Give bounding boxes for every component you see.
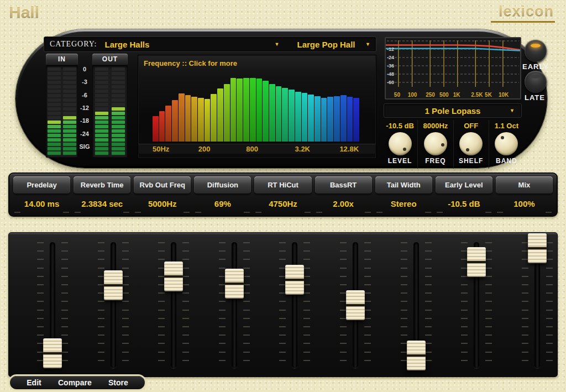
param-col-mix: Mix100% bbox=[494, 175, 554, 214]
store-button[interactable]: Store bbox=[108, 378, 128, 387]
meter-segment bbox=[48, 151, 61, 155]
meter-segment bbox=[48, 81, 61, 84]
frequency-axis: 50Hz2008003.2K12.8K bbox=[138, 144, 376, 154]
meter-segment bbox=[48, 147, 61, 150]
spectrum-bar bbox=[211, 94, 217, 142]
param-header-early-level[interactable]: Early Level bbox=[436, 176, 492, 194]
early-button[interactable] bbox=[525, 40, 547, 62]
meter-segment bbox=[48, 76, 61, 80]
fader-ticks bbox=[243, 242, 250, 368]
fader-ticks bbox=[219, 242, 226, 368]
meter-segment bbox=[112, 134, 125, 137]
fader-cap-early-level[interactable] bbox=[467, 247, 486, 277]
fader-cap-reverb-time[interactable] bbox=[104, 270, 123, 300]
chevron-down-icon: ▼ bbox=[510, 108, 515, 113]
band-knob[interactable] bbox=[495, 132, 518, 155]
param-header-predelay[interactable]: Predelay bbox=[13, 176, 70, 194]
fader-cap-tail-width[interactable] bbox=[407, 341, 426, 370]
meter-segment bbox=[48, 125, 61, 128]
fader-cap-bassrt[interactable] bbox=[346, 290, 365, 320]
spectrum-bar bbox=[179, 93, 185, 142]
meter-scale-tick: -12 bbox=[75, 104, 94, 111]
knob-pointer-icon bbox=[403, 148, 406, 151]
eq-y-tick: -12 bbox=[387, 46, 394, 52]
preset-dropdown[interactable]: Large Pop Hall ▼ bbox=[280, 40, 370, 49]
param-value-mix: 100% bbox=[494, 194, 554, 214]
in-meter bbox=[46, 65, 78, 158]
spectrum-bar bbox=[340, 95, 347, 142]
meter-segment bbox=[95, 112, 108, 115]
spectrum-bar bbox=[347, 97, 353, 142]
fader-ticks bbox=[546, 242, 553, 368]
spectrum-bar bbox=[276, 86, 282, 142]
meter-segment bbox=[95, 81, 108, 84]
spectrum-bar bbox=[282, 88, 288, 142]
param-header-reverb-time[interactable]: Reverb Time bbox=[74, 176, 130, 194]
frequency-display-title: Frequency :: Click for more bbox=[144, 59, 237, 67]
param-value-rvb-out-freq: 5000Hz bbox=[132, 194, 192, 214]
param-value-diffusion: 69% bbox=[192, 194, 253, 214]
chevron-down-icon: ▼ bbox=[365, 41, 370, 47]
level-knob[interactable] bbox=[389, 132, 412, 155]
fader-cap-mix[interactable] bbox=[528, 233, 547, 263]
band-knob-label: BAND bbox=[496, 157, 517, 165]
meter-segment bbox=[95, 147, 108, 150]
spectrum-bar bbox=[230, 78, 237, 142]
param-header-rt-hicut[interactable]: RT HiCut bbox=[254, 176, 311, 194]
fader-track-rt-hicut[interactable] bbox=[292, 242, 297, 368]
fader-ticks bbox=[303, 242, 310, 368]
meter-segment bbox=[112, 151, 125, 155]
parameter-strip: Predelay14.00 msReverb Time2.3834 secRvb… bbox=[8, 173, 558, 217]
param-header-rvb-out-freq[interactable]: Rvb Out Freq bbox=[134, 176, 191, 194]
filter-type-value: 1 Pole Lopass bbox=[425, 106, 481, 116]
eq-x-tick: 1K bbox=[453, 92, 460, 98]
param-header-tail-width[interactable]: Tail Width bbox=[375, 176, 432, 194]
meter-segment bbox=[112, 76, 125, 80]
fader-bassrt bbox=[325, 233, 386, 377]
in-meter-label: IN bbox=[46, 54, 78, 65]
fader-cap-rvb-out-freq[interactable] bbox=[164, 262, 183, 291]
meter-scale: 0-3-6-12-18-24SIG bbox=[75, 66, 94, 150]
param-header-diffusion[interactable]: Diffusion bbox=[194, 176, 251, 194]
early-lamp-icon bbox=[531, 44, 541, 48]
fader-cap-rt-hicut[interactable] bbox=[285, 265, 304, 295]
knob-pointer-icon bbox=[501, 136, 504, 139]
frequency-axis-label: 200 bbox=[198, 145, 211, 153]
meter-segment bbox=[63, 121, 76, 124]
param-header-mix[interactable]: Mix bbox=[496, 176, 553, 194]
param-col-tail-width: Tail WidthStereo bbox=[374, 175, 434, 214]
fader-track-reverb-time[interactable] bbox=[111, 242, 116, 368]
param-col-diffusion: Diffusion69% bbox=[192, 175, 253, 214]
meter-segment bbox=[48, 134, 61, 137]
eq-x-tick: 500 bbox=[439, 92, 449, 98]
meter-segment bbox=[95, 121, 108, 124]
fader-cap-predelay[interactable] bbox=[43, 338, 62, 368]
category-dropdown[interactable]: Large Halls ▼ bbox=[97, 40, 280, 49]
fader-track-diffusion[interactable] bbox=[232, 242, 237, 368]
late-button[interactable] bbox=[525, 71, 547, 93]
fader-ticks bbox=[364, 242, 371, 368]
spectrum-bar bbox=[153, 116, 159, 142]
spectrum-bar bbox=[198, 98, 204, 142]
spectrum-bar bbox=[263, 81, 269, 142]
filter-type-dropdown[interactable]: 1 Pole Lopass ▼ bbox=[384, 103, 522, 118]
shelf-knob[interactable] bbox=[459, 132, 483, 155]
fader-cap-diffusion[interactable] bbox=[225, 269, 244, 299]
meter-segment bbox=[63, 151, 76, 155]
eq-y-tick: -36 bbox=[387, 63, 394, 69]
param-value-reverb-time: 2.3834 sec bbox=[72, 194, 132, 214]
meter-segment bbox=[63, 129, 76, 133]
compare-button[interactable]: Compare bbox=[58, 378, 92, 387]
meter-segment bbox=[63, 147, 76, 150]
param-header-bassrt[interactable]: BassRT bbox=[315, 176, 372, 194]
edit-button[interactable]: Edit bbox=[27, 378, 41, 387]
meter-segment bbox=[112, 125, 125, 128]
meter-segment bbox=[112, 129, 125, 133]
meter-segment bbox=[95, 98, 108, 102]
meter-scale-tick: -24 bbox=[75, 130, 94, 137]
freq-knob[interactable] bbox=[424, 132, 447, 155]
meter-segment bbox=[95, 72, 108, 75]
frequency-display[interactable]: Frequency :: Click for more 50Hz2008003.… bbox=[138, 55, 376, 159]
meter-segment bbox=[95, 85, 108, 88]
shelf-knob-label: SHELF bbox=[459, 157, 483, 165]
